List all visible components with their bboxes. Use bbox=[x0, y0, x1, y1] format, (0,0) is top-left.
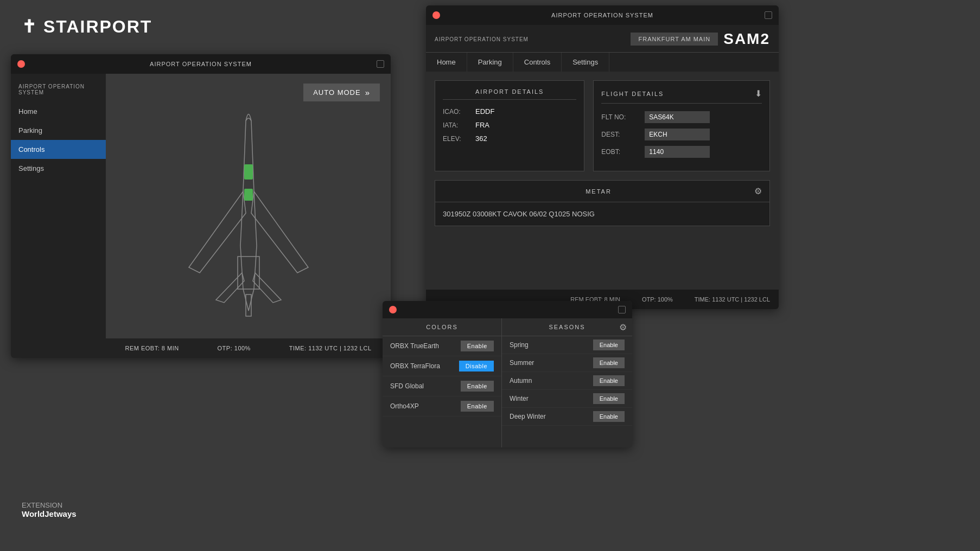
airplane-display bbox=[106, 106, 391, 331]
eobt-label: EOBT: bbox=[601, 148, 645, 156]
extension-info: EXTENSION WorldJetways bbox=[22, 501, 77, 518]
dest-label: DEST: bbox=[601, 131, 645, 138]
right-nav-parking[interactable]: Parking bbox=[467, 53, 513, 72]
sidebar-item-settings[interactable]: Settings bbox=[11, 159, 106, 178]
deep-winter-row: Deep Winter Enable bbox=[502, 408, 632, 426]
elev-label: ELEV: bbox=[443, 135, 475, 143]
left-window-title: AIRPORT OPERATION SYSTEM bbox=[150, 61, 252, 67]
elev-row: ELEV: 362 bbox=[443, 134, 576, 143]
extension-name: WorldJetways bbox=[22, 509, 77, 518]
winter-button[interactable]: Enable bbox=[593, 393, 625, 404]
sidebar-item-controls[interactable]: Controls bbox=[11, 140, 106, 159]
iata-label: IATA: bbox=[443, 121, 475, 129]
colors-seasons-window: COLORS ORBX TrueEarth Enable ORBX TerraF… bbox=[383, 301, 632, 447]
spring-button[interactable]: Enable bbox=[593, 339, 625, 350]
orbx-trueearth-label: ORBX TrueEarth bbox=[390, 342, 439, 350]
svg-rect-3 bbox=[244, 189, 253, 201]
ortho4xp-button[interactable]: Enable bbox=[461, 401, 494, 412]
autumn-label: Autumn bbox=[510, 377, 532, 385]
colors-close-btn[interactable] bbox=[389, 306, 397, 313]
winter-row: Winter Enable bbox=[502, 390, 632, 408]
ortho4xp-label: Ortho4XP bbox=[390, 402, 419, 410]
left-expand-btn[interactable] bbox=[377, 60, 384, 68]
colors-expand-btn[interactable] bbox=[618, 306, 626, 313]
dest-input[interactable] bbox=[645, 129, 710, 140]
metar-section: METAR ⚙ 301950Z 03008KT CAVOK 06/02 Q102… bbox=[435, 180, 770, 226]
aos-window-left: AIRPORT OPERATION SYSTEM AIRPORT OPERATI… bbox=[11, 54, 391, 358]
airport-details-title: AIRPORT DETAILS bbox=[443, 88, 576, 100]
left-otp: OTP: 100% bbox=[218, 345, 251, 351]
right-nav: Home Parking Controls Settings bbox=[426, 53, 779, 72]
auto-mode-button[interactable]: AUTO MODE » bbox=[303, 84, 380, 101]
sfd-global-row: SFD Global Enable bbox=[383, 376, 501, 396]
sidebar-item-home[interactable]: Home bbox=[11, 102, 106, 121]
colors-panel-title: COLORS bbox=[383, 318, 501, 336]
sidebar-title: AIRPORT OPERATION SYSTEM bbox=[11, 79, 106, 102]
left-content: AIRPORT OPERATION SYSTEM Home Parking Co… bbox=[11, 74, 391, 358]
flt-no-input[interactable] bbox=[645, 111, 710, 123]
main-view: AUTO MODE » bbox=[106, 74, 391, 358]
metar-content: 301950Z 03008KT CAVOK 06/02 Q1025 NOSIG bbox=[435, 202, 770, 226]
right-main-content: AIRPORT DETAILS ICAO: EDDF IATA: FRA ELE… bbox=[426, 72, 779, 180]
extension-label: EXTENSION bbox=[22, 501, 77, 509]
logo-text: STAIRPORT bbox=[43, 17, 152, 36]
deep-winter-button[interactable]: Enable bbox=[593, 411, 625, 422]
icao-label: ICAO: bbox=[443, 108, 475, 116]
sfd-global-button[interactable]: Enable bbox=[461, 381, 494, 392]
seasons-header: SEASONS ⚙ bbox=[502, 318, 632, 336]
colors-panel: COLORS ORBX TrueEarth Enable ORBX TerraF… bbox=[383, 318, 502, 447]
left-status-bar: REM EOBT: 8 MIN OTP: 100% TIME: 1132 UTC… bbox=[106, 338, 391, 358]
flt-no-row: FLT NO: bbox=[601, 111, 762, 123]
orbx-terraflora-row: ORBX TerraFlora Disable bbox=[383, 356, 501, 376]
dest-row: DEST: bbox=[601, 129, 762, 140]
right-titlebar: AIRPORT OPERATION SYSTEM bbox=[426, 5, 779, 25]
deep-winter-label: Deep Winter bbox=[510, 413, 546, 420]
ortho4xp-row: Ortho4XP Enable bbox=[383, 396, 501, 417]
eobt-input[interactable] bbox=[645, 146, 710, 158]
seasons-title: SEASONS bbox=[549, 324, 585, 330]
svg-rect-1 bbox=[246, 294, 251, 316]
flight-details-title: FLIGHT DETAILS bbox=[601, 91, 664, 97]
airport-name-badge: FRANKFURT AM MAIN bbox=[631, 33, 718, 46]
spring-row: Spring Enable bbox=[502, 336, 632, 354]
autumn-button[interactable]: Enable bbox=[593, 375, 625, 386]
orbx-trueearth-row: ORBX TrueEarth Enable bbox=[383, 336, 501, 356]
colors-content: COLORS ORBX TrueEarth Enable ORBX TerraF… bbox=[383, 318, 632, 447]
right-nav-settings[interactable]: Settings bbox=[562, 53, 609, 72]
orbx-trueearth-button[interactable]: Enable bbox=[461, 341, 494, 351]
seasons-panel: SEASONS ⚙ Spring Enable Summer Enable Au… bbox=[502, 318, 632, 447]
right-otp: OTP: 100% bbox=[642, 296, 673, 303]
sam2-logo: SAM2 bbox=[723, 30, 770, 48]
download-icon[interactable]: ⬇ bbox=[755, 88, 762, 99]
aos-window-right: AIRPORT OPERATION SYSTEM AIRPORT OPERATI… bbox=[426, 5, 779, 309]
iata-row: IATA: FRA bbox=[443, 121, 576, 129]
left-titlebar: AIRPORT OPERATION SYSTEM bbox=[11, 54, 391, 74]
logo-cross: ✝ bbox=[22, 17, 37, 36]
winter-label: Winter bbox=[510, 395, 529, 402]
right-nav-controls[interactable]: Controls bbox=[513, 53, 562, 72]
seasons-gear-icon[interactable]: ⚙ bbox=[619, 322, 627, 332]
right-nav-home[interactable]: Home bbox=[426, 53, 467, 72]
left-time: TIME: 1132 UTC | 1232 LCL bbox=[289, 345, 372, 351]
right-time: TIME: 1132 UTC | 1232 LCL bbox=[695, 296, 770, 303]
summer-row: Summer Enable bbox=[502, 354, 632, 372]
right-close-btn[interactable] bbox=[432, 11, 440, 19]
colors-titlebar bbox=[383, 301, 632, 318]
sidebar-item-parking[interactable]: Parking bbox=[11, 121, 106, 140]
icao-row: ICAO: EDDF bbox=[443, 107, 576, 116]
svg-rect-2 bbox=[244, 164, 253, 180]
stairport-logo: ✝ STAIRPORT bbox=[22, 16, 152, 37]
left-rem-eobt: REM EOBT: 8 MIN bbox=[125, 345, 179, 351]
metar-settings-button[interactable]: ⚙ bbox=[754, 186, 762, 196]
sfd-global-label: SFD Global bbox=[390, 382, 424, 390]
metar-header: METAR ⚙ bbox=[435, 180, 770, 202]
orbx-terraflora-button[interactable]: Disable bbox=[459, 361, 494, 371]
right-expand-btn[interactable] bbox=[765, 11, 772, 19]
airport-details-panel: AIRPORT DETAILS ICAO: EDDF IATA: FRA ELE… bbox=[435, 80, 584, 171]
elev-value: 362 bbox=[475, 134, 487, 143]
summer-button[interactable]: Enable bbox=[593, 357, 625, 368]
metar-text: 301950Z 03008KT CAVOK 06/02 Q1025 NOSIG bbox=[443, 210, 595, 218]
icao-value: EDDF bbox=[475, 107, 494, 116]
metar-title: METAR bbox=[443, 188, 754, 195]
left-close-btn[interactable] bbox=[17, 60, 25, 68]
